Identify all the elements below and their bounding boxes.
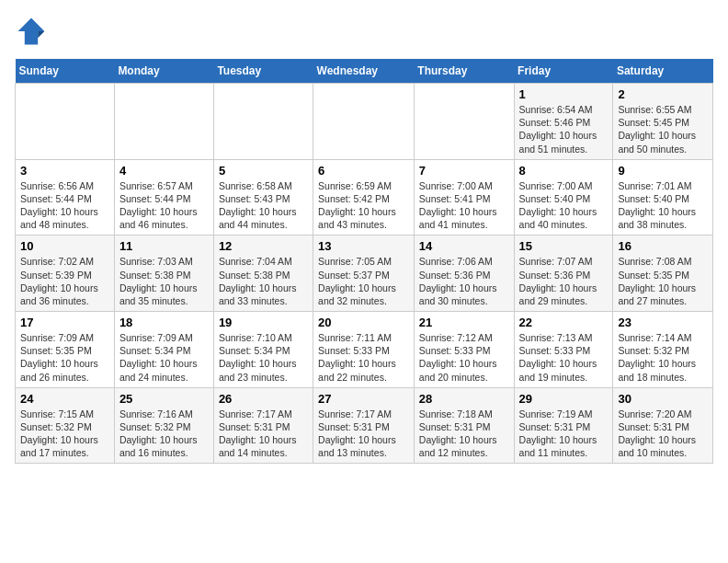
day-info: Sunrise: 7:07 AM Sunset: 5:36 PM Dayligh… <box>519 255 609 307</box>
day-number: 27 <box>318 392 409 406</box>
day-number: 15 <box>519 239 609 253</box>
day-number: 26 <box>219 392 308 406</box>
calendar-cell: 11Sunrise: 7:03 AM Sunset: 5:38 PM Dayli… <box>114 236 213 312</box>
calendar-week-4: 17Sunrise: 7:09 AM Sunset: 5:35 PM Dayli… <box>16 312 713 388</box>
day-info: Sunrise: 7:09 AM Sunset: 5:34 PM Dayligh… <box>119 331 209 384</box>
calendar-body: 1Sunrise: 6:54 AM Sunset: 5:46 PM Daylig… <box>16 84 713 464</box>
day-number: 22 <box>519 316 609 329</box>
calendar-header: SundayMondayTuesdayWednesdayThursdayFrid… <box>16 59 713 84</box>
calendar-cell: 19Sunrise: 7:10 AM Sunset: 5:34 PM Dayli… <box>213 312 313 388</box>
calendar-week-3: 10Sunrise: 7:02 AM Sunset: 5:39 PM Dayli… <box>16 236 713 312</box>
day-info: Sunrise: 6:58 AM Sunset: 5:43 PM Dayligh… <box>219 179 308 232</box>
day-info: Sunrise: 7:13 AM Sunset: 5:33 PM Dayligh… <box>519 331 609 384</box>
day-info: Sunrise: 7:18 AM Sunset: 5:31 PM Dayligh… <box>419 408 509 460</box>
calendar-cell: 17Sunrise: 7:09 AM Sunset: 5:35 PM Dayli… <box>16 312 115 388</box>
calendar-cell <box>213 84 313 160</box>
day-number: 16 <box>618 239 708 253</box>
day-number: 30 <box>618 392 708 406</box>
calendar-cell: 23Sunrise: 7:14 AM Sunset: 5:32 PM Dayli… <box>613 312 713 388</box>
day-number: 4 <box>119 164 209 178</box>
calendar-week-1: 1Sunrise: 6:54 AM Sunset: 5:46 PM Daylig… <box>16 84 713 160</box>
day-info: Sunrise: 7:05 AM Sunset: 5:37 PM Dayligh… <box>318 255 409 307</box>
weekday-header-friday: Friday <box>514 59 613 84</box>
day-info: Sunrise: 7:11 AM Sunset: 5:33 PM Dayligh… <box>318 331 409 384</box>
calendar-cell <box>114 84 213 160</box>
calendar-week-5: 24Sunrise: 7:15 AM Sunset: 5:32 PM Dayli… <box>16 387 713 464</box>
calendar-cell: 25Sunrise: 7:16 AM Sunset: 5:32 PM Dayli… <box>114 387 213 464</box>
day-number: 8 <box>519 164 609 178</box>
calendar-cell: 29Sunrise: 7:19 AM Sunset: 5:31 PM Dayli… <box>514 387 613 464</box>
day-number: 14 <box>419 239 509 253</box>
day-info: Sunrise: 6:59 AM Sunset: 5:42 PM Dayligh… <box>318 179 409 232</box>
day-info: Sunrise: 7:20 AM Sunset: 5:31 PM Dayligh… <box>618 408 708 460</box>
weekday-header-monday: Monday <box>114 59 213 84</box>
calendar-cell: 21Sunrise: 7:12 AM Sunset: 5:33 PM Dayli… <box>414 312 514 388</box>
day-number: 19 <box>219 316 308 329</box>
calendar-cell: 16Sunrise: 7:08 AM Sunset: 5:35 PM Dayli… <box>613 236 713 312</box>
calendar-cell: 4Sunrise: 6:57 AM Sunset: 5:44 PM Daylig… <box>114 159 213 236</box>
calendar-table: SundayMondayTuesdayWednesdayThursdayFrid… <box>15 59 713 464</box>
calendar-cell: 12Sunrise: 7:04 AM Sunset: 5:38 PM Dayli… <box>213 236 313 312</box>
day-info: Sunrise: 7:00 AM Sunset: 5:40 PM Dayligh… <box>519 179 609 232</box>
day-number: 6 <box>318 164 409 178</box>
day-number: 1 <box>519 87 609 101</box>
day-info: Sunrise: 6:55 AM Sunset: 5:45 PM Dayligh… <box>618 103 708 155</box>
calendar-cell: 3Sunrise: 6:56 AM Sunset: 5:44 PM Daylig… <box>16 159 115 236</box>
calendar-cell: 24Sunrise: 7:15 AM Sunset: 5:32 PM Dayli… <box>16 387 115 464</box>
day-number: 24 <box>20 392 109 406</box>
calendar-cell: 26Sunrise: 7:17 AM Sunset: 5:31 PM Dayli… <box>213 387 313 464</box>
calendar-cell <box>16 84 115 160</box>
calendar-cell: 22Sunrise: 7:13 AM Sunset: 5:33 PM Dayli… <box>514 312 613 388</box>
day-number: 20 <box>318 316 409 329</box>
calendar-cell: 9Sunrise: 7:01 AM Sunset: 5:40 PM Daylig… <box>613 159 713 236</box>
weekday-header-saturday: Saturday <box>613 59 713 84</box>
day-info: Sunrise: 7:19 AM Sunset: 5:31 PM Dayligh… <box>519 408 609 460</box>
calendar-cell: 10Sunrise: 7:02 AM Sunset: 5:39 PM Dayli… <box>16 236 115 312</box>
day-info: Sunrise: 7:06 AM Sunset: 5:36 PM Dayligh… <box>419 255 509 307</box>
day-number: 17 <box>20 316 109 329</box>
calendar-cell: 20Sunrise: 7:11 AM Sunset: 5:33 PM Dayli… <box>313 312 415 388</box>
day-info: Sunrise: 6:56 AM Sunset: 5:44 PM Dayligh… <box>20 179 109 232</box>
day-number: 28 <box>419 392 509 406</box>
day-info: Sunrise: 7:02 AM Sunset: 5:39 PM Dayligh… <box>20 255 109 307</box>
logo <box>15 15 51 48</box>
weekday-header-row: SundayMondayTuesdayWednesdayThursdayFrid… <box>16 59 713 84</box>
calendar-cell: 8Sunrise: 7:00 AM Sunset: 5:40 PM Daylig… <box>514 159 613 236</box>
svg-marker-1 <box>38 31 44 38</box>
calendar-cell: 13Sunrise: 7:05 AM Sunset: 5:37 PM Dayli… <box>313 236 415 312</box>
day-number: 5 <box>219 164 308 178</box>
day-info: Sunrise: 7:15 AM Sunset: 5:32 PM Dayligh… <box>20 408 109 460</box>
weekday-header-sunday: Sunday <box>16 59 115 84</box>
weekday-header-wednesday: Wednesday <box>313 59 415 84</box>
day-number: 25 <box>119 392 209 406</box>
calendar-cell: 5Sunrise: 6:58 AM Sunset: 5:43 PM Daylig… <box>213 159 313 236</box>
day-number: 2 <box>618 87 708 101</box>
day-info: Sunrise: 7:09 AM Sunset: 5:35 PM Dayligh… <box>20 331 109 384</box>
day-info: Sunrise: 6:57 AM Sunset: 5:44 PM Dayligh… <box>119 179 209 232</box>
page-header <box>15 15 713 48</box>
calendar-cell: 28Sunrise: 7:18 AM Sunset: 5:31 PM Dayli… <box>414 387 514 464</box>
calendar-cell: 27Sunrise: 7:17 AM Sunset: 5:31 PM Dayli… <box>313 387 415 464</box>
day-number: 7 <box>419 164 509 178</box>
calendar-cell <box>414 84 514 160</box>
day-number: 21 <box>419 316 509 329</box>
day-info: Sunrise: 7:00 AM Sunset: 5:41 PM Dayligh… <box>419 179 509 232</box>
day-number: 29 <box>519 392 609 406</box>
day-number: 9 <box>618 164 708 178</box>
day-info: Sunrise: 7:14 AM Sunset: 5:32 PM Dayligh… <box>618 331 708 384</box>
day-info: Sunrise: 6:54 AM Sunset: 5:46 PM Dayligh… <box>519 103 609 155</box>
calendar-cell: 18Sunrise: 7:09 AM Sunset: 5:34 PM Dayli… <box>114 312 213 388</box>
weekday-header-tuesday: Tuesday <box>213 59 313 84</box>
day-number: 12 <box>219 239 308 253</box>
calendar-cell <box>313 84 415 160</box>
day-info: Sunrise: 7:12 AM Sunset: 5:33 PM Dayligh… <box>419 331 509 384</box>
day-info: Sunrise: 7:16 AM Sunset: 5:32 PM Dayligh… <box>119 408 209 460</box>
calendar-cell: 7Sunrise: 7:00 AM Sunset: 5:41 PM Daylig… <box>414 159 514 236</box>
calendar-cell: 15Sunrise: 7:07 AM Sunset: 5:36 PM Dayli… <box>514 236 613 312</box>
calendar-cell: 30Sunrise: 7:20 AM Sunset: 5:31 PM Dayli… <box>613 387 713 464</box>
day-number: 10 <box>20 239 109 253</box>
calendar-cell: 1Sunrise: 6:54 AM Sunset: 5:46 PM Daylig… <box>514 84 613 160</box>
day-info: Sunrise: 7:08 AM Sunset: 5:35 PM Dayligh… <box>618 255 708 307</box>
day-number: 3 <box>20 164 109 178</box>
calendar-week-2: 3Sunrise: 6:56 AM Sunset: 5:44 PM Daylig… <box>16 159 713 236</box>
